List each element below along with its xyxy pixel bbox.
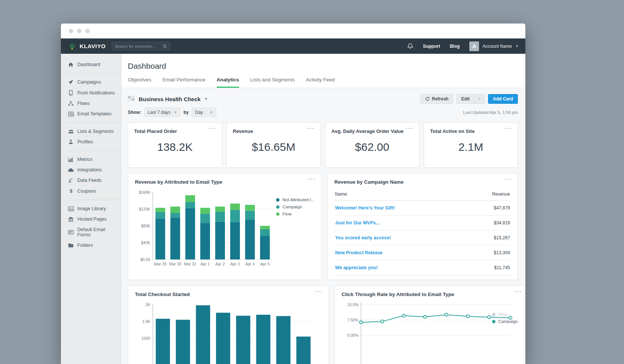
- sidebar-item-email-templates[interactable]: Email Templates: [61, 109, 121, 119]
- rss-icon: [68, 178, 74, 183]
- card-menu-button[interactable]: ···: [308, 176, 316, 182]
- sidebar-item-coupons[interactable]: $Coupons: [61, 186, 121, 196]
- campaign-link[interactable]: New Product Release: [335, 250, 383, 255]
- edit-button[interactable]: Edit: [456, 94, 475, 104]
- svg-text:$40K: $40K: [141, 240, 150, 245]
- date-range-select[interactable]: Last 7 days ▼: [144, 108, 180, 117]
- stacked-bar-chart: $0.00$40K$80K$120K$160KMar 29Mar 30Mar 3…: [135, 188, 274, 269]
- tab-activity-feed[interactable]: Activity Feed: [306, 77, 334, 88]
- avatar: A: [469, 41, 479, 51]
- sidebar-item-label: Lists & Segments: [77, 129, 114, 134]
- chart-card-ctr-by-email-type: Click Through Rate by Attributed to Emai…: [334, 286, 525, 364]
- card-menu-button[interactable]: ···: [504, 125, 512, 131]
- interval-select[interactable]: Day ▼: [192, 108, 216, 117]
- home-icon: [68, 62, 74, 67]
- stat-card-title: Revenue: [233, 128, 253, 134]
- klaviyo-flag-icon: [68, 43, 77, 50]
- search-input[interactable]: [115, 44, 163, 49]
- sidebar: DashboardCampaignsPush NotificationsFlow…: [61, 54, 121, 364]
- by-label: by: [183, 110, 189, 115]
- legend-dot: [276, 205, 279, 209]
- template-icon: [68, 112, 74, 116]
- campaign-link[interactable]: We appreciate you!: [335, 265, 378, 270]
- sidebar-item-dashboard[interactable]: Dashboard: [61, 59, 121, 70]
- sidebar-item-data-feeds[interactable]: Data Feeds: [61, 175, 121, 186]
- svg-text:5.00%: 5.00%: [347, 333, 358, 337]
- sidebar-item-label: Coupons: [77, 189, 96, 194]
- chart-title: Click Through Rate by Attributed to Emai…: [342, 292, 521, 297]
- campaign-link[interactable]: Just for Our MVPs...: [335, 220, 380, 225]
- blog-link[interactable]: Blog: [450, 44, 460, 49]
- account-menu[interactable]: A Account Name ▼: [469, 41, 519, 51]
- legend-dot: [492, 320, 495, 323]
- svg-text:1000: 1000: [142, 336, 151, 340]
- svg-text:1.5K: 1.5K: [142, 319, 150, 324]
- sidebar-item-profiles[interactable]: Profiles: [61, 137, 121, 147]
- table-row: Welcome! Here's Your Gift!$47,879: [334, 200, 511, 215]
- bar-chart: 10001.5K2K: [135, 300, 322, 364]
- tab-lists-and-segments[interactable]: Lists and Segments: [250, 77, 295, 88]
- legend-label: Campaign: [282, 205, 302, 209]
- sidebar-item-label: Data Feeds: [77, 178, 102, 183]
- dashboard-view-switcher[interactable]: Business Health Check ▼: [128, 96, 208, 102]
- stat-card-avg-daily-average-order-value: Avg. Daily Average Order Value···$62.00: [325, 122, 419, 168]
- legend-item-campaign[interactable]: Campaign: [276, 205, 315, 209]
- legend-item-not-attributed-t[interactable]: Not Attributed t...: [276, 197, 315, 202]
- svg-text:$0.00: $0.00: [140, 257, 150, 262]
- window-dot: [69, 29, 73, 33]
- sidebar-item-campaigns[interactable]: Campaigns: [61, 77, 121, 87]
- refresh-label: Refresh: [432, 96, 449, 102]
- legend-item-campaign[interactable]: Campaign: [492, 319, 518, 324]
- sidebar-item-folders[interactable]: Folders: [61, 240, 121, 251]
- sidebar-item-integrations[interactable]: Integrations: [61, 165, 121, 175]
- legend-label: Campaign: [498, 319, 518, 324]
- global-search[interactable]: [112, 42, 170, 50]
- card-menu-button[interactable]: ···: [315, 288, 323, 295]
- tab-analytics[interactable]: Analytics: [217, 77, 239, 88]
- tab-email-performance[interactable]: Email Performance: [163, 77, 206, 88]
- sidebar-divider: [67, 122, 121, 123]
- svg-text:10.0%: 10.0%: [347, 302, 358, 307]
- sidebar-item-label: Hosted Pages: [77, 217, 107, 222]
- table-header-row: NameRevenue: [334, 189, 511, 200]
- stat-card-total-active-on-site: Total Active on Site···2.1M: [424, 122, 518, 168]
- sidebar-item-push-notifications[interactable]: Push Notifications: [61, 87, 121, 98]
- cloud-icon: [68, 168, 74, 172]
- edit-dropdown-button[interactable]: ▼: [475, 94, 485, 104]
- notifications-bell-icon[interactable]: [407, 43, 413, 49]
- card-menu-button[interactable]: ···: [504, 176, 512, 182]
- tab-objectives[interactable]: Objectives: [128, 77, 151, 88]
- card-menu-button[interactable]: ···: [307, 125, 315, 131]
- stat-card-revenue: Revenue···$16.65M: [226, 122, 321, 168]
- card-menu-button[interactable]: ···: [515, 288, 522, 295]
- sidebar-item-image-library[interactable]: Image Library: [61, 203, 121, 214]
- sidebar-item-label: Email Templates: [77, 111, 111, 116]
- mobile-icon: [68, 90, 74, 96]
- legend-dot: [492, 313, 495, 316]
- campaign-revenue-value: $11,745: [494, 265, 510, 270]
- sidebar-item-lists-segments[interactable]: Lists & Segments: [61, 126, 121, 137]
- sidebar-item-metrics[interactable]: Metrics: [61, 154, 121, 165]
- dollar-icon: $: [68, 188, 74, 194]
- interval-value: Day: [195, 110, 203, 115]
- campaign-link[interactable]: Welcome! Here's Your Gift!: [335, 205, 395, 211]
- card-menu-button[interactable]: ···: [208, 125, 216, 131]
- account-name: Account Name: [482, 44, 512, 49]
- campaign-revenue-value: $34,819: [494, 220, 510, 225]
- sidebar-divider: [67, 200, 121, 200]
- klaviyo-logo[interactable]: KLAVIYO: [68, 43, 106, 50]
- sidebar-item-flows[interactable]: Flows: [61, 98, 121, 109]
- legend-item-flow[interactable]: Flow: [492, 312, 518, 317]
- card-menu-button[interactable]: ···: [406, 125, 414, 131]
- add-card-button[interactable]: Add Card: [488, 94, 518, 104]
- legend-item-flow[interactable]: Flow: [276, 212, 315, 216]
- svg-text:$160K: $160K: [139, 190, 150, 195]
- sidebar-item-default-email-forms[interactable]: Default Email Forms: [61, 224, 121, 240]
- refresh-button[interactable]: Refresh: [420, 94, 454, 104]
- campaign-link[interactable]: You scored early access!: [335, 235, 391, 240]
- sidebar-item-hosted-pages[interactable]: Hosted Pages: [61, 214, 121, 224]
- legend-label: Flow: [498, 312, 507, 317]
- table-row: We appreciate you!$11,745: [334, 260, 511, 275]
- support-link[interactable]: Support: [423, 44, 440, 49]
- charts-row-1: Revenue by Attributed to Email Type ··· …: [128, 173, 518, 280]
